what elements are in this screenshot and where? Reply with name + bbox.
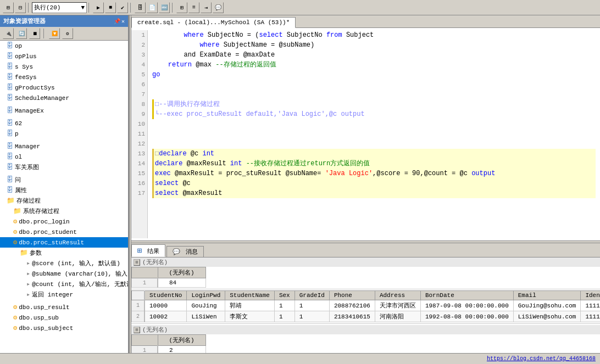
toolbar-btn-text[interactable]: 🔤 bbox=[159, 2, 170, 13]
toolbar-btn-query[interactable]: 📄 bbox=[147, 2, 158, 13]
tree-item-ssys[interactable]: 🗄s Sys bbox=[0, 61, 128, 72]
results-content[interactable]: ⊞(无列名)(无列名)184StudentNoLoginPwdStudentNa… bbox=[131, 257, 600, 353]
tree-item-prop[interactable]: 🗄属性 bbox=[0, 185, 128, 195]
run-btn[interactable]: ▶ bbox=[93, 2, 104, 13]
tree-item-wen[interactable]: 🗄问 bbox=[0, 175, 128, 185]
tree-item-proc_sturesult[interactable]: ⚙dbo.proc_stuResult bbox=[0, 237, 128, 248]
tree-item-usp_result[interactable]: ⚙dbo.usp_result bbox=[0, 302, 128, 312]
toolbar-btn-comment[interactable]: 💬 bbox=[213, 2, 224, 13]
pin-icon[interactable]: 📌 bbox=[114, 18, 120, 25]
tree-item-label: ScheduleManager bbox=[15, 95, 69, 102]
object-explorer-title: 对象资源管理器 bbox=[3, 17, 46, 25]
tree-item-sysstoredproc[interactable]: 📁系统存储过程 bbox=[0, 206, 128, 216]
tree-item-opplus[interactable]: 🗄opPlus bbox=[0, 51, 128, 61]
single-result-table-3: (无列名)12 bbox=[131, 334, 206, 353]
tree-item-label: op bbox=[15, 43, 22, 49]
tree-item-schedulemanager[interactable]: 🗄ScheduleManager bbox=[0, 93, 128, 103]
tree-item-label: dbo.usp_result bbox=[19, 304, 69, 311]
tree-item-label: @count (int, 输入/输出, 无默认值) bbox=[32, 280, 128, 288]
tree-item-iol[interactable]: 🗄ol bbox=[0, 152, 128, 162]
cell-value: 84 bbox=[158, 278, 205, 288]
toolbar-btn-indent[interactable]: ⇥ bbox=[201, 2, 212, 13]
table-cell: LiSiWen@sohu.com bbox=[513, 311, 581, 322]
results-tab-label: 结果 bbox=[147, 248, 159, 255]
status-url[interactable]: https://blog.csdn.net/qq_44658168 bbox=[487, 356, 596, 362]
filter-btn[interactable]: 🔽 bbox=[49, 28, 60, 39]
proc-icon: ⚙ bbox=[13, 303, 17, 311]
parse-btn[interactable]: ✔ bbox=[117, 2, 128, 13]
tree-item-label: dbo.usp_sub bbox=[19, 315, 59, 321]
tree-item-usp_sub[interactable]: ⚙dbo.usp_sub bbox=[0, 312, 128, 323]
folder-icon: 📁 bbox=[13, 207, 21, 215]
tree-item-score_param[interactable]: ▸@score (int, 输入, 默认值) bbox=[0, 258, 128, 268]
toolbar-btn-1[interactable]: ⊞ bbox=[3, 2, 14, 13]
stop-btn[interactable]: ■ bbox=[105, 2, 116, 13]
refresh-btn[interactable]: 🔄 bbox=[16, 28, 27, 39]
tree-item-label: dbo.usp_subject bbox=[19, 325, 73, 332]
param-icon: ▸ bbox=[26, 259, 30, 267]
code-line: go bbox=[152, 70, 596, 80]
tree-item-feesys[interactable]: 🗄feeSys bbox=[0, 72, 128, 82]
tree-item-proc_login[interactable]: ⚙dbo.proc_login bbox=[0, 216, 128, 227]
col-unnamed: (无列名) bbox=[158, 267, 205, 278]
tree-item-count_param[interactable]: ▸@count (int, 输入/输出, 无默认值) bbox=[0, 279, 128, 289]
table-cell: 111111 bbox=[581, 300, 600, 311]
right-panel: create.sql - (local)...MySchool (SA (53)… bbox=[131, 15, 600, 353]
code-line: return @max --存储过程的返回值 bbox=[152, 60, 596, 70]
tree-item-storedproc[interactable]: 📁存储过程 bbox=[0, 195, 128, 206]
tree-item-label: ManageEx bbox=[15, 108, 44, 114]
tree-item-proc_student[interactable]: ⚙dbo.proc_student bbox=[0, 227, 128, 237]
toolbar-btn-2[interactable]: ⊟ bbox=[15, 2, 26, 13]
tree-item-gproductsys[interactable]: 🗄gProductSys bbox=[0, 82, 128, 93]
tree-item-label: p bbox=[15, 131, 19, 137]
col-header: IdentityCard bbox=[581, 291, 600, 300]
left-toolbar: 🔌 🔄 ⏹ 🔽 ⚙ bbox=[0, 27, 128, 41]
tree-item-usp_subject[interactable]: ⚙dbo.usp_subject bbox=[0, 323, 128, 333]
object-tree[interactable]: 🗄op🗄opPlus🗄s Sys🗄feeSys🗄gProductSys🗄Sche… bbox=[0, 41, 128, 353]
result-grid-icon-1: ⊞ bbox=[134, 259, 140, 266]
results-tab-results[interactable]: ⊞ 结果 bbox=[131, 244, 165, 257]
tree-item-params[interactable]: 📁参数 bbox=[0, 248, 128, 258]
db-icon: 🗄 bbox=[7, 73, 13, 81]
close-icon[interactable]: ✕ bbox=[121, 18, 125, 25]
stop-icon-btn[interactable]: ⏹ bbox=[29, 28, 40, 39]
connect-btn[interactable]: 🔌 bbox=[3, 28, 14, 39]
table-cell: 李斯文 bbox=[225, 311, 275, 322]
tree-item-label: 系统存储过程 bbox=[23, 207, 59, 215]
col-header: Phone bbox=[329, 291, 375, 300]
tree-item-op[interactable]: 🗄op bbox=[0, 41, 128, 51]
db-icon: 🗄 bbox=[7, 83, 13, 92]
tree-item-ip[interactable]: 🗄p bbox=[0, 128, 128, 139]
toolbar-btn-grid[interactable]: ⊞ bbox=[176, 2, 187, 13]
tree-item-subname_param[interactable]: ▸@subName (varchar(10), 输入, 无默认 bbox=[0, 268, 128, 279]
toolbar-sep-3 bbox=[130, 3, 132, 13]
line-numbers: 1234567891011121314151617 bbox=[131, 30, 148, 238]
editor-tab[interactable]: create.sql - (local)...MySchool (SA (53)… bbox=[131, 17, 296, 28]
db-icon: 🗄 bbox=[7, 176, 13, 184]
code-line: exec @maxResult = proc_stuResult @subNam… bbox=[152, 169, 596, 178]
toolbar-btn-db[interactable]: 🗄 bbox=[135, 2, 146, 13]
execute-dropdown[interactable]: 执行(20) ▼ bbox=[32, 2, 87, 13]
results-tab-messages[interactable]: 💬 消息 bbox=[166, 246, 204, 257]
row-num: 2 bbox=[132, 311, 145, 322]
toolbar-btn-format[interactable]: ≡ bbox=[188, 2, 199, 13]
settings-icon-btn[interactable]: ⚙ bbox=[62, 28, 73, 39]
col-unnamed-2: (无列名) bbox=[158, 335, 205, 346]
tree-item-manageex[interactable]: 🗄ManageEx bbox=[0, 105, 128, 116]
tree-item-label: 参数 bbox=[30, 249, 42, 257]
code-editor[interactable]: 1234567891011121314151617 where SubjectN… bbox=[131, 28, 600, 240]
row-num: 1 bbox=[132, 346, 158, 354]
result-header-1: ⊞(无列名) bbox=[131, 257, 600, 267]
tree-item-return_param[interactable]: ▸返回 integer bbox=[0, 289, 128, 300]
code-content[interactable]: where SubjectNo = (select SubjectNo from… bbox=[148, 30, 600, 238]
table-cell: 1992-08-08 00:00:00.000 bbox=[420, 311, 513, 322]
proc-icon: ⚙ bbox=[13, 228, 17, 236]
tree-item-relview[interactable]: 🗄车关系图 bbox=[0, 162, 128, 172]
main-layout: 对象资源管理器 📌 ✕ 🔌 🔄 ⏹ 🔽 ⚙ 🗄op🗄opPlus🗄s Sys🗄f… bbox=[0, 15, 600, 353]
tree-item-i62[interactable]: 🗄62 bbox=[0, 118, 128, 128]
col-rownum bbox=[132, 335, 158, 346]
tree-item-manager[interactable]: 🗄Manager bbox=[0, 141, 128, 152]
db-icon: 🗄 bbox=[7, 142, 13, 150]
proc-icon: ⚙ bbox=[13, 313, 17, 322]
code-line bbox=[152, 129, 596, 139]
